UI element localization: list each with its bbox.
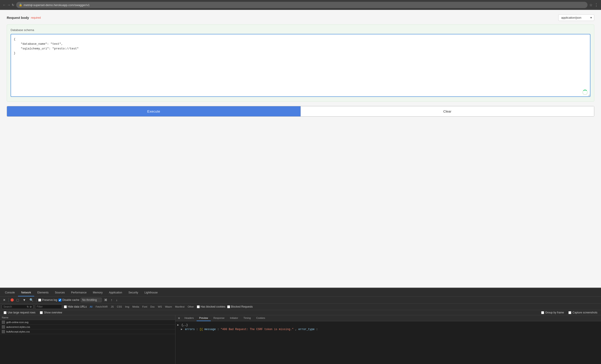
devtools-content: Name goth-online-icon.svg autocorrect.st…	[0, 315, 601, 364]
filter-types: All Fetch/XHR JS CSS Img Media Font Doc …	[89, 305, 195, 308]
preview-message-key: message	[204, 328, 216, 331]
schema-section: Database schema { "database_name": "test…	[7, 25, 594, 102]
preview-tab-response[interactable]: Response	[211, 315, 227, 321]
has-blocked-cookies-checkbox[interactable]	[197, 305, 200, 308]
lock-icon: 🔒	[19, 3, 22, 7]
filter-media-button[interactable]: Media	[131, 305, 140, 308]
filter-all-button[interactable]: All	[89, 305, 94, 308]
preview-close-button[interactable]: ✕	[176, 316, 182, 320]
search-refresh-button[interactable]: ↻	[27, 305, 29, 308]
url-text: metriql-superset-demo.herokuapp.com/swag…	[24, 3, 90, 7]
preview-comma: ,	[295, 328, 298, 331]
filter-js-button[interactable]: JS	[110, 305, 115, 308]
code-editor[interactable]: { "database_name": "test", "sqlalchemy_u…	[10, 34, 591, 97]
upload-icon-btn[interactable]: ↑	[110, 297, 114, 302]
throttle-select[interactable]: No throttling Fast 3G Slow 3G Offline	[81, 298, 102, 302]
search-button[interactable]: 🔍	[28, 297, 34, 302]
wifi-icon-btn[interactable]: ⌘	[103, 297, 108, 302]
filter-manifest-button[interactable]: Manifest	[174, 305, 186, 308]
filter-font-button[interactable]: Font	[141, 305, 149, 308]
execute-button[interactable]: Execute	[7, 106, 300, 116]
network-row[interactable]: goth-online-icon.svg	[0, 320, 175, 325]
devtools-tab-bar: Console Network Elements Sources Perform…	[0, 288, 601, 297]
hide-data-urls-checkbox[interactable]	[64, 305, 67, 308]
name-column-header: Name	[2, 316, 173, 319]
preview-expand-arrow[interactable]: ►	[177, 324, 179, 327]
throttle-wrapper: No throttling Fast 3G Slow 3G Offline	[81, 298, 102, 302]
preview-tab-initiator[interactable]: Initiator	[227, 315, 241, 321]
preview-errors-arrow[interactable]: ►	[181, 328, 182, 331]
swagger-container: Request body required application/json t…	[0, 10, 601, 287]
blocked-requests-checkbox[interactable]	[227, 305, 230, 308]
show-overview-label[interactable]: Show overview	[40, 311, 62, 314]
preserve-log-checkbox[interactable]	[38, 299, 41, 302]
stop-recording-button[interactable]: ▢	[15, 297, 20, 302]
hide-data-urls-label[interactable]: Hide data URLs	[64, 305, 87, 308]
search-block-button[interactable]: ⊘	[30, 305, 32, 308]
filter-doc-button[interactable]: Doc	[149, 305, 156, 308]
reload-icon[interactable]: ↻	[12, 3, 14, 7]
preserve-log-label[interactable]: Preserve log	[38, 298, 57, 302]
show-overview-text: Show overview	[44, 311, 62, 314]
tab-network[interactable]: Network	[18, 289, 34, 296]
tab-console[interactable]: Console	[2, 289, 18, 296]
devtools-filter-bar: ↻ ⊘ Hide data URLs All Fetch/XHR JS CSS …	[0, 304, 601, 310]
has-blocked-cookies-label[interactable]: Has blocked cookies	[197, 305, 225, 308]
devtools-options-bar: Use large request rows Show overview Gro…	[0, 310, 601, 315]
address-bar[interactable]: 🔒 metriql-superset-demo.herokuapp.com/sw…	[16, 2, 588, 8]
tab-elements[interactable]: Elements	[34, 289, 52, 296]
close-devtools-button[interactable]: ✕	[2, 297, 7, 302]
content-type-select[interactable]: application/json text/plain application/…	[558, 14, 594, 21]
preview-tab-timing[interactable]: Timing	[241, 315, 253, 321]
browser-bar: ← → ↻ 🔒 metriql-superset-demo.herokuapp.…	[0, 0, 601, 10]
group-by-frame-checkbox[interactable]	[541, 311, 544, 314]
tab-security[interactable]: Security	[125, 289, 141, 296]
filter-input[interactable]	[35, 305, 62, 309]
filter-wasm-button[interactable]: Wasm	[164, 305, 173, 308]
disable-cache-label[interactable]: Disable cache	[59, 298, 79, 302]
preview-tab-preview[interactable]: Preview	[197, 315, 211, 321]
use-large-rows-label[interactable]: Use large request rows	[4, 311, 35, 314]
preview-colon-3: :	[316, 328, 318, 331]
preview-root-label: ► {,…}	[177, 323, 599, 327]
tab-memory[interactable]: Memory	[90, 289, 106, 296]
preview-error-type-key: error_type	[299, 328, 315, 331]
preview-tab-cookies[interactable]: Cookies	[253, 315, 268, 321]
filter-ws-button[interactable]: WS	[157, 305, 163, 308]
download-icon-btn[interactable]: ↓	[115, 297, 119, 302]
network-row[interactable]: autocorrect.styles.css	[0, 325, 175, 329]
filter-other-button[interactable]: Other	[186, 305, 195, 308]
filter-css-button[interactable]: CSS	[116, 305, 123, 308]
capture-screenshots-checkbox[interactable]	[568, 311, 571, 314]
disable-cache-checkbox[interactable]	[59, 299, 61, 302]
disable-cache-text: Disable cache	[62, 298, 79, 302]
back-icon[interactable]: ←	[3, 3, 6, 7]
network-row-name: bulkAccept.styles.css	[6, 330, 173, 333]
forward-icon[interactable]: →	[7, 3, 10, 7]
devtools-panel: Console Network Elements Sources Perform…	[0, 287, 601, 364]
network-row[interactable]: bulkAccept.styles.css	[0, 329, 175, 334]
tab-application[interactable]: Application	[106, 289, 125, 296]
record-button[interactable]	[10, 298, 14, 302]
preview-tab-headers[interactable]: Headers	[182, 315, 197, 321]
bookmark-icon[interactable]: ☆	[589, 3, 592, 7]
content-type-wrapper: application/json text/plain application/…	[558, 14, 594, 21]
group-by-frame-label[interactable]: Group by frame	[541, 311, 564, 314]
tab-sources[interactable]: Sources	[52, 289, 68, 296]
filter-button[interactable]: ▼	[22, 297, 27, 302]
tab-performance[interactable]: Performance	[68, 289, 90, 296]
filter-img-button[interactable]: Img	[124, 305, 130, 308]
search-input[interactable]	[3, 305, 26, 308]
filter-fetch-xhr-button[interactable]: Fetch/XHR	[94, 305, 109, 308]
blocked-requests-label[interactable]: Blocked Requests	[227, 305, 253, 308]
action-buttons: Execute Clear	[7, 106, 594, 117]
clear-button[interactable]: Clear	[300, 106, 594, 116]
chrome-menu-icon[interactable]: ⋮	[594, 2, 598, 7]
show-overview-checkbox[interactable]	[40, 311, 43, 314]
tab-lighthouse[interactable]: Lighthouse	[141, 289, 161, 296]
capture-screenshots-label[interactable]: Capture screenshots	[568, 311, 597, 314]
preview-panel: ✕ Headers Preview Response Initiator Tim…	[175, 315, 601, 364]
search-box: ↻ ⊘	[2, 305, 33, 309]
use-large-rows-checkbox[interactable]	[4, 311, 7, 314]
blocked-requests-text: Blocked Requests	[231, 305, 253, 308]
